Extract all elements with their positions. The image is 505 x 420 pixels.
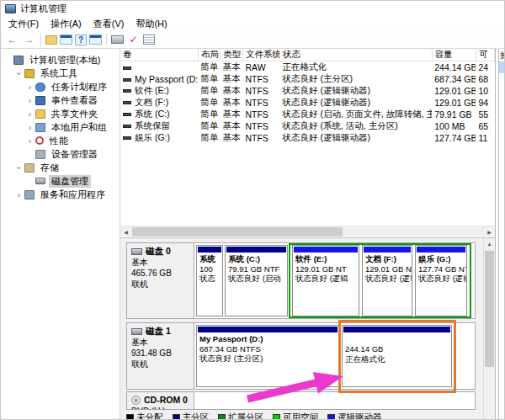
disk-name-text: CD-ROM 0	[144, 395, 188, 406]
collapsed-chevron-icon[interactable]	[25, 82, 35, 92]
column-header-type[interactable]: 类型	[220, 49, 242, 61]
check-icon[interactable]: ✓	[126, 33, 141, 47]
volume-icon	[123, 125, 131, 128]
sidebar-item-disk-management[interactable]: 磁盘管理	[1, 174, 120, 188]
horizontal-scrollbar[interactable]: ◀ ▶	[120, 226, 495, 237]
action-pane-icon[interactable]	[89, 35, 102, 45]
disk-info-line: DVD (H:)	[131, 406, 189, 409]
sidebar-item-services-applications[interactable]: 服务和应用程序	[1, 188, 120, 201]
menu-item-file[interactable]: 文件(F)	[3, 16, 45, 32]
menu-item-view[interactable]: 查看(V)	[88, 16, 130, 32]
disk-icon	[131, 328, 142, 335]
expanded-chevron-icon[interactable]	[14, 163, 24, 173]
column-header-free[interactable]: 可	[476, 49, 494, 61]
toolbar-separator	[40, 34, 41, 45]
scroll-left-icon[interactable]: ◀	[120, 226, 131, 237]
partition-block[interactable]: 244.14 GB正在格式化	[342, 325, 452, 387]
column-header-status[interactable]: 状态	[280, 49, 433, 61]
cell-type: 基本	[220, 85, 242, 97]
window-title: 计算机管理	[20, 3, 66, 15]
menu-item-help[interactable]: 帮助(H)	[130, 16, 173, 32]
partition-line2: 129.01 GB NT	[293, 264, 359, 274]
storage-icon	[24, 163, 35, 173]
partition-type-bar	[417, 247, 465, 253]
help-icon[interactable]: ?	[75, 35, 87, 45]
sidebar-item-task-scheduler[interactable]: 任务计划程序	[1, 80, 120, 93]
scroll-up-icon[interactable]: ▲	[484, 238, 495, 249]
drive-icon[interactable]	[111, 35, 124, 44]
vertical-scrollbar-thumb[interactable]	[485, 251, 494, 367]
legend-item-extended: 扩展分区	[218, 412, 263, 420]
cell-free: 11	[476, 132, 494, 144]
partition-line3: 状态良好 (主分区)	[197, 354, 338, 364]
partition-type-bar	[364, 247, 411, 253]
sidebar-item-performance[interactable]: 性能	[1, 134, 120, 147]
vertical-scrollbar[interactable]: ▲	[483, 238, 495, 420]
legend-swatch-free-space	[273, 414, 280, 420]
partition-block[interactable]: 软件 (E:)129.01 GB NT状态良好 (逻辑	[292, 245, 359, 316]
column-header-volume[interactable]: 卷	[120, 49, 198, 61]
cell-volume: 软件 (E:)	[120, 85, 198, 97]
partition-type-legend: 未分配主分区扩展分区可用空间逻辑驱动器	[126, 412, 382, 420]
cell-fs: NTFS	[242, 73, 279, 85]
sidebar-item-shared-folders[interactable]: 共享文件夹	[1, 107, 120, 120]
cell-capacity: 79.91 GB	[432, 109, 476, 120]
partition-block[interactable]: 系统100状态	[196, 245, 223, 316]
forward-icon[interactable]: →	[22, 33, 36, 47]
console-tree: 计算机管理(本地)系统工具任务计划程序事件查看器共享文件夹本地用户和组性能设备管…	[1, 49, 120, 420]
collapsed-chevron-icon[interactable]	[25, 96, 35, 105]
disk-info-line: 465.76 GB	[131, 268, 189, 279]
menu-item-action[interactable]: 操作(A)	[45, 16, 88, 32]
partition-block[interactable]: My Passport (D:)687.34 GB NTFS状态良好 (主分区)	[196, 325, 339, 387]
column-header-capacity[interactable]: 容量	[432, 49, 476, 61]
disk-box-cd-rom-0: CD-ROM 0DVD (H:)	[126, 391, 476, 410]
volume-row[interactable]: 系统 (C:)简单基本NTFS状态良好 (启动, 页面文件, 故障转储, 主分区…	[120, 109, 495, 120]
expanded-chevron-icon[interactable]	[14, 69, 24, 78]
disk-label-disk-1[interactable]: 磁盘 1基本931.48 GB联机	[127, 323, 194, 389]
collapsed-chevron-icon[interactable]	[14, 190, 24, 199]
volume-row[interactable]: 简单基本RAW正在格式化244.14 GB24	[120, 61, 495, 74]
partition-line2: 100	[197, 264, 222, 274]
sidebar-item-computer-management-local[interactable]: 计算机管理(本地)	[1, 53, 120, 66]
partition-block[interactable]: 系统 (C:)79.91 GB NTF状态良好 (启动	[225, 245, 288, 316]
sidebar-item-system-tools[interactable]: 系统工具	[1, 66, 120, 80]
console-tree-icon[interactable]	[60, 35, 72, 45]
disk-label-disk-0[interactable]: 磁盘 0基本465.76 GB联机	[127, 243, 194, 318]
tree-item-label: 任务计划程序	[49, 81, 109, 93]
collapsed-chevron-icon[interactable]	[25, 109, 35, 119]
volume-row[interactable]: My Passport (D:)简单基本NTFS状态良好 (主分区)687.34…	[120, 73, 495, 85]
scroll-right-icon[interactable]: ▶	[484, 226, 495, 237]
cd-icon	[131, 396, 141, 405]
volume-icon	[123, 78, 131, 82]
volume-row[interactable]: 系统保留简单基本NTFS状态良好 (系统, 活动, 主分区)100 MB65	[120, 120, 495, 132]
actions-pane-selected-item[interactable]	[499, 61, 504, 73]
partition-block[interactable]: 文档 (F:)129.01 GB NTF状态良好 (逻辑	[362, 245, 412, 316]
disk-info-line: 基本	[131, 337, 189, 348]
properties-icon[interactable]	[143, 35, 155, 45]
volume-icon	[123, 66, 131, 70]
column-header-layout[interactable]: 布局	[198, 49, 220, 61]
back-icon[interactable]: ←	[5, 33, 19, 47]
sidebar-item-storage[interactable]: 存储	[1, 161, 120, 174]
cell-capacity: 244.14 GB	[432, 61, 476, 74]
disk-info-line: 联机	[131, 279, 189, 290]
cell-fs: NTFS	[242, 97, 279, 109]
folder-up-icon[interactable]	[45, 35, 57, 45]
sidebar-item-device-manager[interactable]: 设备管理器	[1, 147, 120, 161]
legend-item-logical-drive: 逻辑驱动器	[327, 412, 382, 420]
sidebar-item-event-viewer[interactable]: 事件查看器	[1, 93, 120, 107]
disk-name: 磁盘 0	[131, 246, 189, 257]
volume-row[interactable]: 软件 (E:)简单基本NTFS状态良好 (逻辑驱动器)129.01 GB10	[120, 85, 495, 97]
partition-block[interactable]: 娱乐 (G:)127.74 GB NTF状态良好 (逻辑	[415, 245, 467, 316]
volume-row[interactable]: 娱乐 (G:)简单基本NTFS状态良好 (逻辑驱动器)127.74 GB11	[120, 132, 495, 144]
horizontal-scrollbar-thumb[interactable]	[132, 227, 343, 237]
collapsed-chevron-icon[interactable]	[25, 123, 35, 132]
tree-item-label: 共享文件夹	[49, 108, 100, 120]
column-header-fs[interactable]: 文件系统	[242, 49, 279, 61]
volume-row[interactable]: 文档 (F:)简单基本NTFS状态良好 (逻辑驱动器)129.01 GB94	[120, 97, 495, 109]
cell-type: 基本	[220, 61, 242, 74]
collapsed-chevron-icon[interactable]	[25, 136, 35, 146]
cell-layout: 简单	[198, 109, 220, 120]
disk-label-cd-rom-0[interactable]: CD-ROM 0DVD (H:)	[127, 392, 194, 409]
sidebar-item-local-users-groups[interactable]: 本地用户和组	[1, 120, 120, 134]
